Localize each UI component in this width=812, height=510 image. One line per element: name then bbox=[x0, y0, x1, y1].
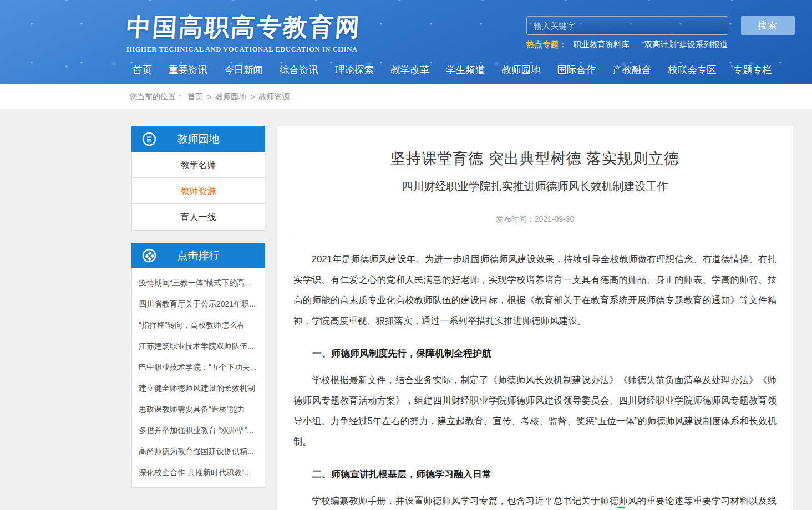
ranking-item[interactable]: 建立健全师德师风建设的长效机制 bbox=[132, 378, 265, 399]
sidebar-item-teacher-resources[interactable]: 教师资源 bbox=[132, 178, 265, 204]
site-logo[interactable]: 中国高职高专教育网 HIGHER TECHNICAL AND VOCATIONA… bbox=[126, 11, 361, 54]
page-content: 教师园地 教学名师 教师资源 育人一线 点击排行 疫情期间“三教一体 bbox=[0, 109, 812, 510]
ranking-item[interactable]: 高尚师德为教育强国建设提供精... bbox=[132, 441, 265, 462]
site-logo-cn: 中国高职高专教育网 bbox=[125, 11, 362, 44]
ranking-list: 疫情期间“三教一体”模式下的高... 四川省教育厅关于公示2021年职... “… bbox=[131, 268, 265, 488]
nav-item-school-alliance[interactable]: 校联会专区 bbox=[667, 60, 718, 79]
article-paragraph: 学校根据最新文件，结合业务实际，制定了《师德师风长效机制建设办法》《师德失范负面… bbox=[293, 370, 777, 452]
site-header: 中国高职高专教育网 HIGHER TECHNICAL AND VOCATIONA… bbox=[0, 0, 812, 84]
nav-item-important-news[interactable]: 重要资讯 bbox=[168, 60, 209, 79]
sidebar-ranking-header: 点击排行 bbox=[131, 243, 265, 268]
sidebar: 教师园地 教学名师 教师资源 育人一线 点击排行 疫情期间“三教一体 bbox=[131, 126, 265, 500]
hot-topics-label: 热点专题： bbox=[526, 39, 567, 50]
ranking-item[interactable]: “指挥棒”转向，高校教师怎么看 bbox=[132, 314, 265, 335]
nav-item-teaching-reform[interactable]: 教学改革 bbox=[389, 60, 430, 79]
article-subtitle: 四川财经职业学院扎实推进师德师风长效机制建设工作 bbox=[293, 179, 777, 194]
sidebar-menu-block: 教师园地 教学名师 教师资源 育人一线 bbox=[131, 126, 265, 231]
ranking-item[interactable]: 四川省教育厅关于公示2021年职... bbox=[132, 293, 265, 314]
nav-item-general-info[interactable]: 综合资讯 bbox=[278, 60, 319, 79]
sidebar-menu-header: 教师园地 bbox=[131, 126, 265, 152]
breadcrumb-home[interactable]: 首页 bbox=[187, 92, 203, 102]
breadcrumb-separator: > bbox=[250, 93, 255, 101]
list-circle-icon bbox=[142, 132, 156, 146]
ranking-item[interactable]: 多措并举加强职业教育 “双师型”... bbox=[132, 420, 265, 441]
ranking-item[interactable]: 江苏建筑职业技术学院双师队伍... bbox=[132, 335, 265, 356]
hot-link-resource-library[interactable]: 职业教育资料库 bbox=[574, 39, 630, 50]
article-paragraph: 2021年是师德师风建设年。为进一步巩固师德师风建设效果，持续引导全校教师做有理… bbox=[293, 249, 777, 331]
article-body: 2021年是师德师风建设年。为进一步巩固师德师风建设效果，持续引导全校教师做有理… bbox=[293, 249, 777, 510]
nav-item-special-columns[interactable]: 专题专栏 bbox=[732, 60, 773, 79]
main-nav: 首页 重要资讯 今日新闻 综合资讯 理论探索 教学改革 学生频道 教师园地 国际… bbox=[131, 60, 773, 79]
breadcrumb-label: 您当前的位置： bbox=[129, 92, 184, 102]
breadcrumb-teacher-garden[interactable]: 教师园地 bbox=[215, 92, 246, 102]
ranking-item[interactable]: 巴中职业技术学院：“五个下功夫... bbox=[132, 356, 265, 378]
breadcrumb: 您当前的位置： 首页 > 教师园地 > 教师资源 bbox=[0, 84, 812, 109]
nav-item-home[interactable]: 首页 bbox=[131, 60, 153, 79]
nav-item-today-news[interactable]: 今日新闻 bbox=[223, 60, 264, 79]
ranking-item[interactable]: 思政课教师需要具备“造桥”能力 bbox=[132, 399, 265, 420]
hot-topics: 热点专题： 职业教育资料库 “双高计划”建设系列报道 bbox=[526, 39, 729, 50]
highlight-marker bbox=[617, 507, 625, 508]
ranking-item[interactable]: 疫情期间“三教一体”模式下的高... bbox=[132, 272, 265, 293]
site-logo-en: HIGHER TECHNICAL AND VOCATIONAL EDUCATIO… bbox=[126, 45, 361, 54]
sidebar-menu-list: 教学名师 教师资源 育人一线 bbox=[131, 152, 265, 231]
sidebar-ranking-block: 点击排行 疫情期间“三教一体”模式下的高... 四川省教育厅关于公示2021年职… bbox=[131, 243, 265, 488]
nav-item-theory[interactable]: 理论探索 bbox=[334, 60, 375, 79]
compass-circle-icon bbox=[142, 248, 156, 263]
article-paragraph: 学校编纂教师手册，并设置师德师风学习专篇，包含习近平总书记关于师德师风的重要论述… bbox=[293, 491, 777, 510]
nav-item-international[interactable]: 国际合作 bbox=[556, 60, 597, 79]
ranking-item[interactable]: 深化校企合作 共推新时代职教“... bbox=[132, 462, 265, 483]
sidebar-ranking-title: 点击排行 bbox=[177, 248, 220, 263]
breadcrumb-separator: > bbox=[207, 93, 211, 101]
sidebar-item-education-frontline[interactable]: 育人一线 bbox=[132, 204, 265, 230]
article-section-heading: 一、师德师风制度先行，保障机制全程护航 bbox=[293, 345, 777, 362]
sidebar-menu-title: 教师园地 bbox=[177, 132, 220, 146]
article-publish-date: 发布时间：2021-09-30 bbox=[293, 215, 777, 234]
nav-item-teacher-garden[interactable]: 教师园地 bbox=[500, 60, 541, 79]
search-area: 搜索 bbox=[526, 16, 795, 35]
breadcrumb-teacher-resources[interactable]: 教师资源 bbox=[258, 92, 290, 102]
article-panel: 坚持课堂育德 突出典型树德 落实规则立德 四川财经职业学院扎实推进师德师风长效机… bbox=[277, 126, 793, 510]
hot-link-double-high-plan[interactable]: “双高计划”建设系列报道 bbox=[642, 39, 728, 50]
article-section-heading: 二、师德宣讲扎根基层，师德学习融入日常 bbox=[293, 466, 777, 483]
nav-item-industry-education[interactable]: 产教融合 bbox=[611, 60, 652, 79]
search-button[interactable]: 搜索 bbox=[741, 16, 795, 35]
sidebar-item-teaching-masters[interactable]: 教学名师 bbox=[132, 152, 265, 178]
nav-item-student-channel[interactable]: 学生频道 bbox=[445, 60, 486, 79]
search-input[interactable] bbox=[526, 16, 728, 35]
article-title: 坚持课堂育德 突出典型树德 落实规则立德 bbox=[293, 149, 777, 169]
